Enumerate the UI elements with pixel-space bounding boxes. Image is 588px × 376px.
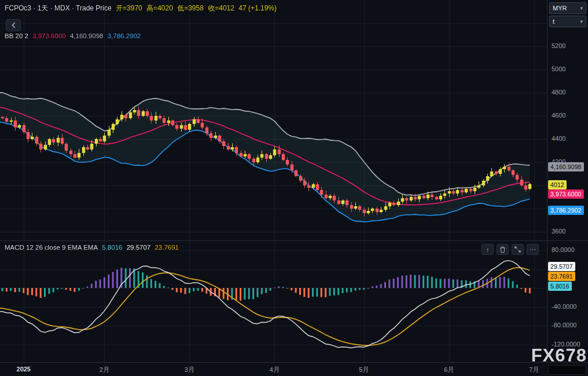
symbol-title: FCPOc3 · 1天 · MDX · Trade Price xyxy=(5,4,112,12)
macd-hist-value: 5.8016 xyxy=(102,244,122,251)
time-axis-label: 5月 xyxy=(359,366,369,374)
macd-pane-toolbar: ↑ ⋯ xyxy=(482,244,539,255)
move-pane-up-button[interactable]: ↑ xyxy=(482,244,494,255)
macd-line-value: 29.5707 xyxy=(127,244,151,251)
ohlc-close-value: 4012 xyxy=(219,4,234,12)
macd-badge: 23.7691 xyxy=(548,272,575,281)
delete-pane-button[interactable] xyxy=(497,244,509,255)
macd-legend[interactable]: MACD 12 26 close 9 EMA EMA 5.8016 29.570… xyxy=(5,244,181,251)
time-axis[interactable]: 20252月3月4月5月6月7月 xyxy=(0,362,588,376)
chevron-down-icon: ▾ xyxy=(580,5,583,11)
more-options-button[interactable]: ⋯ xyxy=(527,244,539,255)
price-axis[interactable]: MYR ▾ t ▾ 360038004000420044004600480050… xyxy=(547,0,588,362)
price-axis-label: 4600 xyxy=(552,112,565,119)
currency-select-value: MYR xyxy=(553,5,567,12)
axis-settings-button[interactable] xyxy=(548,365,586,375)
change-value: 47 (+1.19%) xyxy=(238,4,277,12)
time-axis-label: 7月 xyxy=(529,366,539,374)
ohlc-open-value: 3970 xyxy=(127,4,142,12)
macd-pane-canvas[interactable] xyxy=(0,240,547,362)
ohlc-high-label: 高= xyxy=(146,4,157,12)
time-axis-label: 2月 xyxy=(100,366,109,374)
ohlc-open-label: 开= xyxy=(116,4,127,12)
watermark: FX678 xyxy=(531,345,587,366)
back-button[interactable] xyxy=(6,19,21,31)
price-axis-label: 3600 xyxy=(552,228,565,235)
macd-axis-label: -40.0000 xyxy=(552,303,576,310)
maximize-icon xyxy=(514,246,521,253)
price-badge: 3,973.6000 xyxy=(548,189,584,199)
bollinger-legend[interactable]: BB 20 2 3,973.6000 4,160.9098 3,786.2902 xyxy=(5,32,143,39)
symbol-legend[interactable]: FCPOc3 · 1天 · MDX · Trade Price 开=3970 高… xyxy=(5,3,279,13)
price-axis-label: 4400 xyxy=(552,135,565,142)
bollinger-basis-value: 3,973.6000 xyxy=(32,32,66,39)
macd-axis-label: 80.0000 xyxy=(552,246,575,253)
time-axis-label: 6月 xyxy=(444,366,454,374)
bollinger-upper-value: 4,160.9098 xyxy=(70,32,104,39)
arrow-up-icon: ↑ xyxy=(486,246,490,253)
bollinger-lower-value: 3,786.2902 xyxy=(108,32,141,39)
macd-legend-title: MACD 12 26 close 9 EMA EMA xyxy=(5,244,98,251)
time-axis-label: 2025 xyxy=(17,366,31,373)
ohlc-low-value: 3958 xyxy=(188,4,204,12)
time-axis-label: 4月 xyxy=(270,366,280,374)
time-axis-label: 3月 xyxy=(185,366,194,374)
price-axis-label: 4800 xyxy=(552,89,565,96)
price-badge: 3,786.2902 xyxy=(548,206,584,215)
chevron-down-icon: ▾ xyxy=(580,19,583,24)
price-badge: 4,160.9098 xyxy=(548,162,584,171)
ohlc-close-label: 收= xyxy=(208,4,219,12)
macd-badge: 5.8016 xyxy=(548,282,572,291)
chevron-left-icon xyxy=(12,22,16,28)
price-axis-label: 5200 xyxy=(552,42,565,49)
price-badge: 4012 xyxy=(548,180,567,189)
pane-divider[interactable] xyxy=(0,240,588,241)
macd-axis-label: -80.0000 xyxy=(552,322,576,328)
maximize-pane-button[interactable] xyxy=(512,244,524,255)
trash-icon xyxy=(499,246,506,253)
macd-badge: 29.5707 xyxy=(548,262,575,271)
unit-select-value: t xyxy=(553,18,554,25)
ohlc-high-value: 4020 xyxy=(157,4,173,12)
ohlc-low-label: 低= xyxy=(177,4,188,12)
more-horizontal-icon: ⋯ xyxy=(530,246,536,253)
price-axis-label: 5000 xyxy=(552,65,565,72)
time-axis-ticks: 20252月3月4月5月6月7月 xyxy=(0,363,547,376)
bollinger-legend-title: BB 20 2 xyxy=(5,32,28,39)
unit-select[interactable]: t ▾ xyxy=(549,16,586,27)
currency-select[interactable]: MYR ▾ xyxy=(549,2,586,14)
macd-signal-value: 23.7691 xyxy=(155,244,179,251)
